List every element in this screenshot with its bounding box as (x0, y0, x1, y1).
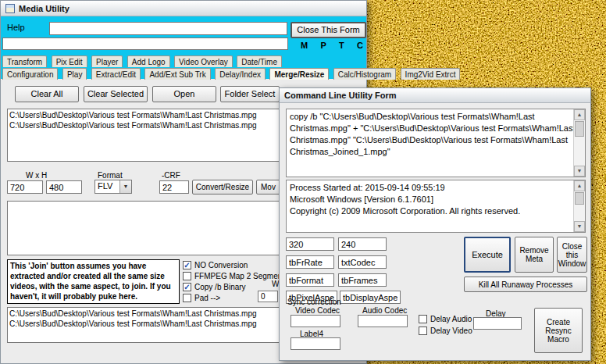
log-line: Microsoft Windows [Version 6.1.7601] (290, 194, 569, 205)
scroll-down-icon[interactable]: ▼ (574, 166, 585, 177)
scrollbar-thumb[interactable] (575, 121, 584, 137)
format-dropdown[interactable]: FLV ▼ (94, 180, 132, 194)
pad-width-field[interactable] (258, 291, 278, 302)
mptc-labels: M P T C (301, 41, 363, 50)
pad-checkbox[interactable]: Pad --> (183, 294, 220, 302)
tab-img2vid-extrct[interactable]: Img2Vid Extrct (401, 68, 461, 80)
command-line-utility-window: Command Line Utility Form copy /b "C:\Us… (279, 87, 591, 361)
checkmark-icon[interactable]: ✓ (183, 261, 191, 269)
checkmark-icon[interactable]: ✓ (183, 283, 191, 291)
kill-runaway-button[interactable]: Kill All Runaway Processes (464, 277, 587, 292)
help-menu[interactable]: Help (7, 23, 25, 32)
command-scrollbar[interactable]: ▲ ▼ (573, 109, 585, 177)
height-field[interactable] (46, 180, 82, 194)
checkbox-label: FFMPEG Map 2 Segment (194, 272, 284, 280)
cmd-height-field[interactable] (338, 237, 387, 251)
delay-field[interactable] (473, 317, 522, 330)
second-input[interactable] (2, 37, 288, 50)
create-resync-macro-button[interactable]: Create Resync Macro (534, 308, 583, 353)
command-line: Christmas.mpg" + "C:\Users\Bud\Desktop\V… (290, 123, 569, 134)
codec-field[interactable] (338, 255, 387, 269)
file-list-item[interactable]: C:\Users\Bud\Desktop\Various test Format… (9, 120, 280, 130)
tab-merge-resize[interactable]: Merge/Resize (269, 68, 329, 80)
checkbox-label: NO Conversion (194, 261, 248, 269)
label-p: P (320, 41, 326, 50)
remove-meta-button[interactable]: Remove Meta (515, 237, 554, 273)
crf-field[interactable] (159, 180, 189, 194)
app-icon (5, 4, 15, 13)
tab-delay-index[interactable]: Delay/Index (215, 68, 266, 80)
label4-field[interactable] (291, 337, 340, 350)
delay-audio-checkbox[interactable]: Delay Audio (419, 315, 472, 323)
tab-date-time[interactable]: Date/Time (237, 55, 282, 67)
checkbox-label: Copy /b Binary (194, 283, 246, 291)
command-line: copy /b "C:\Users\Bud\Desktop\Various te… (290, 111, 569, 123)
checkmark-icon[interactable] (183, 294, 191, 302)
join-note: This 'Join' button assumes you have extr… (7, 259, 180, 304)
tab-player[interactable]: Player (91, 55, 123, 67)
file-list-item[interactable]: C:\Users\Bud\Desktop\Various test Format… (9, 309, 280, 319)
log-line: Copyright (c) 2009 Microsoft Corporation… (290, 205, 569, 217)
display-aspect-field[interactable] (340, 291, 401, 304)
scrollbar-thumb[interactable] (575, 192, 584, 205)
tab-calc-histogram[interactable]: Calc/Histogram (333, 68, 396, 80)
scroll-down-icon[interactable]: ▼ (574, 221, 585, 232)
checkbox-label: Pad --> (194, 294, 220, 302)
scroll-up-icon[interactable]: ▲ (574, 109, 585, 120)
checkmark-icon[interactable] (419, 327, 427, 335)
checkbox-label: Delay Audio (430, 315, 472, 323)
audio-codec-field[interactable] (358, 315, 408, 327)
top-input[interactable] (49, 22, 287, 35)
crf-label: -CRF (162, 171, 180, 180)
format-value: FLV (95, 180, 119, 193)
no-conversion-checkbox[interactable]: ✓ NO Conversion (183, 261, 248, 269)
convert-resize-button[interactable]: Convert/Resize (192, 180, 253, 194)
clear-all-button[interactable]: Clear All (15, 86, 79, 102)
format-label: Format (98, 171, 123, 180)
chevron-down-icon[interactable]: ▼ (119, 180, 131, 193)
file-list-top[interactable]: C:\Users\Bud\Desktop\Various test Format… (7, 109, 282, 162)
width-field[interactable] (7, 180, 43, 194)
tab-play[interactable]: Play (62, 68, 87, 80)
tab-add-ext-sub-trk[interactable]: Add/Ext Sub Trk (144, 68, 210, 80)
wxh-label: W x H (26, 171, 47, 180)
format-field[interactable] (286, 273, 334, 287)
file-list-item[interactable]: C:\Users\Bud\Desktop\Various test Format… (9, 319, 280, 329)
frames-field[interactable] (338, 273, 387, 287)
tab-add-logo[interactable]: Add Logo (127, 55, 170, 67)
delay-video-checkbox[interactable]: Delay Video (419, 327, 472, 335)
log-line: Process Started at: 2015-09-14 09:55:19 (290, 182, 569, 194)
tab-transform[interactable]: Transform (2, 55, 47, 67)
ffmpeg-map-checkbox[interactable]: FFMPEG Map 2 Segment (183, 272, 284, 280)
command-form-titlebar[interactable]: Command Line Utility Form (280, 88, 590, 103)
tab-pix-edit[interactable]: Pix Edit (52, 55, 87, 67)
log-textarea[interactable]: Process Started at: 2015-09-14 09:55:19 … (286, 180, 586, 233)
media-utility-titlebar[interactable]: Media Utility (1, 1, 366, 16)
close-this-form-button[interactable]: Close This Form (291, 22, 366, 38)
copy-binary-checkbox[interactable]: ✓ Copy /b Binary (183, 283, 246, 291)
tab-video-overlay[interactable]: Video Overlay (174, 55, 233, 67)
scroll-up-icon[interactable]: ▲ (574, 180, 585, 191)
label-m: M (301, 41, 308, 50)
tab-row-2: Configuration Play Extract/Edit Add/Ext … (2, 66, 461, 80)
top-panel: Help Close This Form M P T C Transform P… (1, 16, 366, 79)
log-scrollbar[interactable]: ▲ ▼ (573, 180, 585, 232)
folder-select-button[interactable]: Folder Select (220, 86, 280, 102)
checkmark-icon[interactable] (419, 315, 427, 323)
tab-extract-edit[interactable]: Extract/Edit (91, 68, 141, 80)
framerate-field[interactable] (286, 255, 334, 269)
file-list-item[interactable]: C:\Users\Bud\Desktop\Various test Format… (9, 110, 280, 120)
video-codec-label: Video Codec (295, 306, 340, 315)
label-c: C (357, 41, 363, 50)
tab-configuration[interactable]: Configuration (2, 68, 58, 80)
middle-list[interactable] (7, 201, 282, 255)
close-this-window-button[interactable]: Close this Window (557, 237, 587, 273)
open-button[interactable]: Open (152, 86, 216, 102)
checkmark-icon[interactable] (183, 272, 191, 280)
clear-selected-button[interactable]: Clear Selected (84, 86, 148, 102)
execute-button[interactable]: Execute (464, 237, 511, 273)
cmd-width-field[interactable] (286, 237, 334, 251)
command-textarea[interactable]: copy /b "C:\Users\Bud\Desktop\Various te… (286, 109, 586, 177)
file-list-bottom[interactable]: C:\Users\Bud\Desktop\Various test Format… (7, 307, 282, 343)
video-codec-field[interactable] (291, 315, 340, 327)
